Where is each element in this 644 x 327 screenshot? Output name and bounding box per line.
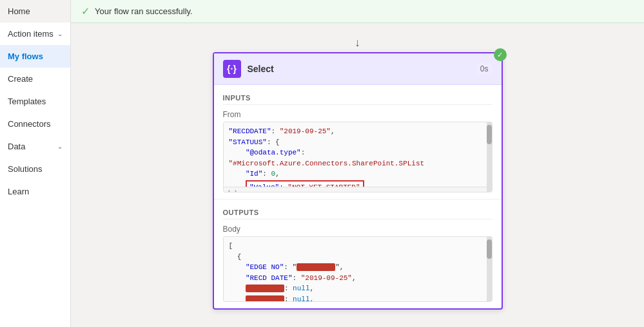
redacted-edge-no: [297, 263, 335, 271]
banner-message: Your flow ran successfully.: [95, 6, 193, 16]
sidebar-item-label: Solutions: [8, 164, 42, 174]
out-line-4: "RECD DATE": "2019-09-25",: [229, 273, 487, 284]
inputs-code-content: "RECDDATE": "2019-09-25", "STATUUS": { "…: [224, 122, 492, 187]
code-line-2: "STATUUS": {: [229, 137, 487, 148]
success-banner: ✓ Your flow ran successfully.: [71, 0, 644, 23]
inputs-scroll-thumb[interactable]: [487, 125, 492, 144]
code-line-1: "RECDDATE": "2019-09-25",: [229, 126, 487, 137]
outputs-code-box[interactable]: [ { "EDGE NO": "", "RECD DATE": "2019-09…: [223, 236, 493, 302]
out-line-5: : null,: [229, 283, 487, 294]
sidebar-item-home[interactable]: Home: [0, 0, 70, 23]
sidebar-item-templates[interactable]: Templates: [0, 90, 70, 113]
sidebar-item-connectors[interactable]: Connectors: [0, 113, 70, 135]
select-card: ✓ {·} Select 0s INPUTS From "RECDDATE": …: [213, 52, 503, 310]
sidebar-item-action-items[interactable]: Action items ⌄: [0, 23, 70, 45]
sidebar-item-label: My flows: [8, 51, 43, 61]
card-success-badge: ✓: [494, 48, 507, 61]
chevron-down-icon: ⌄: [57, 143, 63, 150]
sidebar: Home Action items ⌄ My flows Create Temp…: [0, 0, 71, 327]
success-icon: ✓: [81, 5, 90, 17]
outputs-scroll-thumb[interactable]: [487, 239, 492, 259]
inputs-code-box[interactable]: "RECDDATE": "2019-09-25", "STATUUS": { "…: [223, 122, 493, 192]
card-header[interactable]: {·} Select 0s: [214, 53, 502, 85]
from-label: From: [223, 110, 493, 119]
code-line-4: "Id": 0,: [229, 169, 487, 180]
body-label: Body: [223, 225, 493, 234]
out-line-3: "EDGE NO": "",: [229, 262, 487, 273]
card-duration: 0s: [476, 63, 493, 75]
sidebar-item-data[interactable]: Data ⌄: [0, 135, 70, 158]
sidebar-item-label: Learn: [8, 187, 29, 196]
sidebar-item-my-flows[interactable]: My flows: [0, 45, 70, 68]
redacted-field-1: [246, 285, 284, 292]
out-line-1: [: [229, 241, 487, 252]
outputs-label: OUTPUTS: [223, 206, 493, 220]
out-line-6: : null,: [229, 294, 487, 302]
sidebar-item-solutions[interactable]: Solutions: [0, 158, 70, 180]
redacted-field-2: [246, 295, 284, 301]
sidebar-item-label: Create: [8, 74, 33, 84]
sidebar-item-label: Home: [8, 6, 30, 16]
code-box-bottom-bar: ‹ ›: [224, 187, 492, 192]
inputs-label: INPUTS: [223, 91, 493, 105]
sidebar-item-label: Templates: [8, 97, 46, 106]
sidebar-item-learn[interactable]: Learn: [0, 180, 70, 203]
select-icon: {·}: [223, 60, 241, 78]
outputs-code-content: [ { "EDGE NO": "", "RECD DATE": "2019-09…: [224, 237, 492, 301]
scroll-right-icon[interactable]: ›: [234, 189, 238, 192]
scroll-left-icon[interactable]: ‹: [228, 189, 231, 192]
main-content: ✓ Your flow ran successfully. ↓ ✓ {·} Se…: [71, 0, 644, 327]
code-line-3: "@odata.type": "#Microsoft.Azure.Connect…: [229, 147, 487, 169]
inputs-section: INPUTS From "RECDDATE": "2019-09-25", "S…: [214, 85, 502, 200]
sidebar-item-label: Data: [8, 142, 25, 151]
sidebar-item-create[interactable]: Create: [0, 68, 70, 90]
out-line-2: {: [229, 252, 487, 263]
flow-area: ↓ ✓ {·} Select 0s INPUTS From "R: [71, 23, 644, 327]
code-line-5-highlighted: "Value": "NOT YET STARTED": [229, 180, 487, 187]
arrow-down-icon: ↓: [355, 36, 360, 50]
outputs-scrollbar[interactable]: [487, 237, 492, 301]
card-title: Select: [248, 64, 470, 74]
inputs-scrollbar[interactable]: [487, 122, 492, 192]
sidebar-item-label: Action items: [8, 29, 54, 39]
outputs-section: OUTPUTS Body [ { "EDGE NO": "", "RECD DA…: [214, 200, 502, 308]
sidebar-item-label: Connectors: [8, 119, 50, 129]
chevron-down-icon: ⌄: [57, 30, 63, 37]
